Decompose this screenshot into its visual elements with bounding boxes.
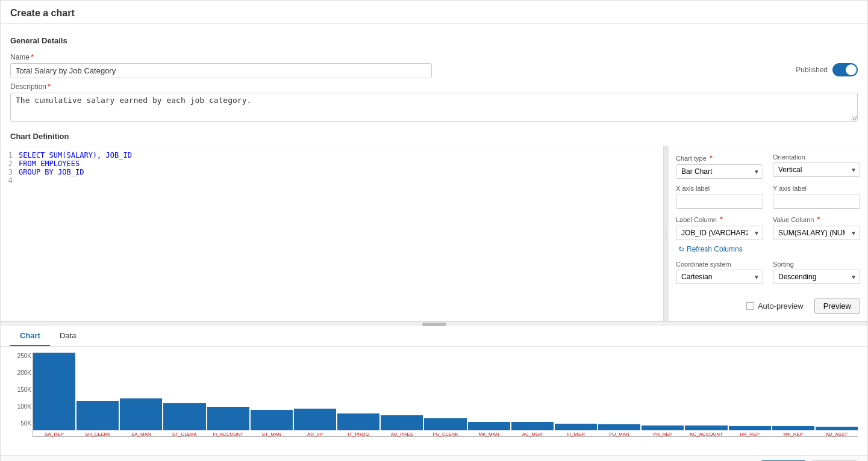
value-column-col: Value Column * SUM(SALARY) (NUMBER) ▼	[773, 215, 860, 240]
y-label-50k: 50K	[10, 420, 31, 427]
bar-label: SA_REP	[33, 432, 75, 437]
bar-label: AD_ASST	[816, 432, 858, 437]
refresh-columns-row: ↻ Refresh Columns	[676, 244, 860, 255]
toggle-knob	[846, 64, 857, 75]
label-column-col: Label Column * JOB_ID (VARCHAR2) ▼	[676, 215, 763, 240]
coordinate-col: Coordinate system Cartesian Polar ▼	[676, 261, 763, 284]
bar	[555, 424, 597, 430]
bar-group: AD_PRES	[381, 353, 423, 437]
bar-label: AC_MGR	[511, 432, 554, 437]
line-num-4: 4	[1, 176, 19, 185]
bar	[251, 410, 293, 430]
chart-type-select[interactable]: Bar Chart Line Chart Pie Chart	[676, 164, 763, 179]
coordinate-label: Coordinate system	[676, 261, 763, 268]
desc-input[interactable]	[10, 93, 858, 122]
bar-group: SH_CLERK	[76, 353, 119, 437]
chart-bars-area: SA_REPSH_CLERKSA_MANST_CLERKFI_ACCOUNTST…	[33, 353, 858, 437]
axis-labels-row: X axis label Y axis label	[676, 185, 860, 209]
code-line-4: 4	[1, 176, 663, 185]
y-axis-input[interactable]	[773, 194, 860, 209]
bar-label: MK_REP	[772, 432, 814, 437]
tab-data[interactable]: Data	[50, 326, 86, 346]
sorting-select[interactable]: Descending Ascending None	[773, 270, 860, 284]
orientation-select[interactable]: Vertical Horizontal	[773, 162, 860, 177]
code-text-2: FROM EMPLOYEES	[19, 159, 80, 168]
bar	[33, 353, 75, 430]
bar-label: SA_MAN	[120, 432, 162, 437]
chart-type-required: *	[710, 153, 713, 162]
y-axis-label: Y axis label	[773, 185, 860, 192]
value-column-select[interactable]: SUM(SALARY) (NUMBER)	[773, 226, 860, 240]
coordinate-select[interactable]: Cartesian Polar	[676, 270, 763, 284]
chart-type-orientation-row: Chart type * Bar Chart Line Chart Pie Ch…	[676, 153, 860, 179]
bar-chart: 250K 200K 150K 100K 50K SA_REPSH_CLERKSA…	[10, 353, 858, 449]
chart-type-label: Chart type	[676, 155, 707, 162]
sorting-select-wrapper: Descending Ascending None ▼	[773, 270, 860, 284]
bar	[816, 427, 858, 430]
bar	[76, 401, 119, 430]
preview-row: Auto-preview Preview	[676, 299, 860, 314]
coordinate-select-wrapper: Cartesian Polar ▼	[676, 270, 763, 284]
bar-group: IT_PROG	[337, 353, 379, 437]
bar-group: PR_REP	[642, 353, 684, 437]
chart-definition-section: Chart Definition 1 SELECT SUM(SALARY), J…	[1, 127, 867, 455]
bar-label: FI_ACCOUNT	[207, 432, 249, 437]
tab-chart[interactable]: Chart	[10, 326, 50, 346]
bar-group: MK_MAN	[468, 353, 510, 437]
y-label-150k: 150K	[10, 386, 31, 393]
splitter-handle[interactable]: · · ·	[664, 146, 669, 321]
description-area: Description * ⊞	[10, 82, 858, 123]
column-row: Label Column * JOB_ID (VARCHAR2) ▼ Val	[676, 215, 860, 240]
bar-label: PU_CLERK	[424, 432, 466, 437]
bar-label: FI_MGR	[555, 432, 597, 437]
bar-group: ST_CLERK	[163, 353, 205, 437]
x-axis-input[interactable]	[676, 194, 763, 209]
bar-label: ST_MAN	[251, 432, 293, 437]
name-field-col: Name *	[10, 52, 786, 78]
y-label-250k: 250K	[10, 353, 31, 359]
chart-preview-area: 250K 200K 150K 100K 50K SA_REPSH_CLERKSA…	[1, 347, 867, 455]
refresh-icon: ↻	[678, 245, 684, 253]
published-toggle[interactable]	[832, 63, 858, 76]
refresh-columns-button[interactable]: Refresh Columns	[687, 244, 743, 255]
line-num-3: 3	[1, 168, 19, 176]
footer: ? Create Cancel	[1, 455, 867, 461]
bar	[642, 425, 684, 430]
bar-group: SA_MAN	[120, 353, 162, 437]
bar-label: ST_CLERK	[163, 432, 205, 437]
name-required: *	[31, 52, 34, 61]
label-column-select-wrapper: JOB_ID (VARCHAR2) ▼	[676, 226, 763, 240]
code-editor[interactable]: 1 SELECT SUM(SALARY), JOB_ID 2 FROM EMPL…	[1, 146, 664, 321]
bar	[598, 424, 640, 430]
bar	[207, 407, 249, 430]
bar	[511, 422, 554, 430]
bar-label: HR_REP	[729, 432, 771, 437]
editor-scrollbar[interactable]	[1, 321, 867, 326]
label-column-select[interactable]: JOB_ID (VARCHAR2)	[676, 226, 763, 240]
x-axis-col: X axis label	[676, 185, 763, 209]
code-line-3: 3 GROUP BY JOB_ID	[1, 168, 663, 176]
bar-group: AC_MGR	[511, 353, 554, 437]
auto-preview-checkbox[interactable]	[746, 302, 754, 310]
name-input[interactable]	[10, 63, 432, 78]
value-column-required: *	[817, 215, 820, 224]
chart-editor-row: 1 SELECT SUM(SALARY), JOB_ID 2 FROM EMPL…	[1, 146, 867, 321]
bar	[729, 426, 771, 430]
sorting-col: Sorting Descending Ascending None ▼	[773, 261, 860, 284]
x-axis-label: X axis label	[676, 185, 763, 192]
chart-definition-heading: Chart Definition	[1, 127, 867, 146]
bar-group: MK_REP	[772, 353, 814, 437]
bar-group: SA_REP	[33, 353, 75, 437]
bar-group: AC_ACCOUNT	[685, 353, 727, 437]
label-column-label: Label Column	[676, 216, 717, 223]
orientation-select-wrapper: Vertical Horizontal ▼	[773, 162, 860, 177]
y-axis-col: Y axis label	[773, 185, 860, 209]
bar	[685, 425, 727, 430]
bar	[424, 418, 466, 430]
code-line-1: 1 SELECT SUM(SALARY), JOB_ID	[1, 151, 663, 159]
bar-group: AD_ASST	[816, 353, 858, 437]
desc-required: *	[48, 82, 51, 91]
line-num-1: 1	[1, 151, 19, 159]
preview-button[interactable]: Preview	[814, 299, 860, 314]
bar-label: AD_VP	[294, 432, 336, 437]
